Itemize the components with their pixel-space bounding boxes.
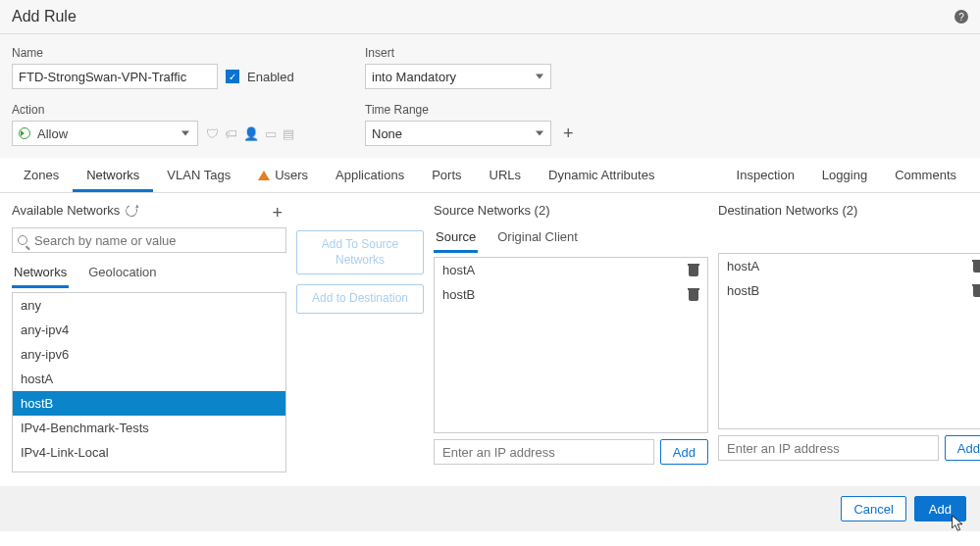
list-item: hostB	[719, 278, 980, 303]
destination-networks-panel: Destination Networks (2) hostA hostB Add	[718, 203, 980, 472]
action-select[interactable]: Allow	[12, 121, 198, 146]
tab-inspection[interactable]: Inspection	[723, 158, 808, 192]
tab-comments[interactable]: Comments	[881, 158, 970, 192]
dest-list: hostA hostB	[718, 253, 980, 429]
list-item[interactable]: IPv4-Benchmark-Tests	[13, 416, 285, 440]
tab-users[interactable]: Users	[244, 158, 322, 192]
insert-label: Insert	[365, 46, 968, 60]
dest-title: Destination Networks (2)	[718, 203, 980, 218]
search-icon	[18, 235, 27, 245]
time-range-field: Time Range None +	[365, 103, 968, 146]
tab-users-label: Users	[275, 168, 308, 182]
list-item[interactable]: any-ipv4	[13, 318, 285, 342]
available-title: Available Networks	[12, 203, 120, 218]
tab-networks[interactable]: Networks	[73, 158, 153, 192]
tab-logging[interactable]: Logging	[808, 158, 881, 192]
action-label: Action	[12, 103, 365, 117]
list-item: hostB	[435, 282, 707, 307]
trash-icon[interactable]	[688, 264, 699, 276]
subtab-geolocation[interactable]: Geolocation	[86, 259, 158, 288]
item-label: hostA	[442, 263, 475, 277]
action-field: Action Allow 🛡 🏷 👤 ▭ ▤	[12, 103, 365, 146]
source-title: Source Networks (2)	[434, 203, 708, 218]
source-list: hostA hostB	[434, 257, 708, 433]
time-range-label: Time Range	[365, 103, 968, 117]
action-icons: 🛡 🏷 👤 ▭ ▤	[206, 126, 294, 141]
enabled-label: Enabled	[247, 70, 294, 84]
enabled-checkbox[interactable]: ✓	[226, 70, 239, 83]
dest-ip-input[interactable]	[718, 435, 939, 461]
tab-ports[interactable]: Ports	[418, 158, 475, 192]
shield-icon: 🛡	[206, 126, 219, 141]
action-value: Allow	[37, 126, 68, 141]
insert-select[interactable]: into Mandatory	[365, 64, 551, 89]
subtab-source[interactable]: Source	[434, 223, 478, 253]
user-icon: 👤	[243, 126, 259, 141]
warning-icon	[258, 171, 270, 180]
dialog-title: Add Rule	[12, 8, 954, 25]
tab-zones[interactable]: Zones	[10, 158, 73, 192]
tab-vlan-tags[interactable]: VLAN Tags	[153, 158, 244, 192]
tab-urls[interactable]: URLs	[476, 158, 536, 192]
list-item[interactable]: hostB	[13, 391, 285, 416]
refresh-icon[interactable]	[125, 203, 139, 218]
available-listbox[interactable]: any any-ipv4 any-ipv6 hostA hostB IPv4-B…	[12, 292, 286, 472]
cancel-button[interactable]: Cancel	[841, 496, 905, 521]
trash-icon[interactable]	[972, 284, 980, 297]
add-to-source-button[interactable]: Add To Source Networks	[296, 230, 424, 274]
tab-dynamic-attributes[interactable]: Dynamic Attributes	[535, 158, 668, 192]
add-button[interactable]: Add	[914, 496, 966, 521]
list-item[interactable]: any	[13, 293, 285, 318]
source-ip-input[interactable]	[434, 439, 654, 465]
list-item[interactable]: IPv4-Multicast	[13, 465, 285, 472]
available-networks-panel: Available Networks + Networks Geolocatio…	[12, 203, 286, 472]
trash-icon[interactable]	[688, 288, 699, 301]
help-icon[interactable]: ?	[954, 10, 968, 24]
main-tabs: Zones Networks VLAN Tags Users Applicati…	[0, 158, 980, 193]
allow-icon	[19, 127, 30, 139]
subtab-networks[interactable]: Networks	[12, 259, 69, 288]
list-item: hostA	[719, 254, 980, 278]
transfer-buttons: Add To Source Networks Add to Destinatio…	[296, 203, 424, 472]
tab-applications[interactable]: Applications	[322, 158, 418, 192]
name-field: Name ✓ Enabled	[12, 46, 365, 89]
name-input[interactable]	[12, 64, 218, 89]
trash-icon[interactable]	[972, 260, 980, 273]
name-label: Name	[12, 46, 365, 60]
item-label: hostB	[727, 283, 759, 298]
search-input[interactable]	[12, 227, 286, 253]
note-icon: ▤	[283, 126, 294, 141]
source-networks-panel: Source Networks (2) Source Original Clie…	[434, 203, 708, 472]
time-range-select[interactable]: None	[365, 121, 551, 146]
add-network-button[interactable]: +	[268, 203, 286, 223]
list-item[interactable]: IPv4-Link-Local	[13, 440, 285, 465]
subtab-original-client[interactable]: Original Client	[495, 223, 580, 253]
insert-field: Insert into Mandatory	[365, 46, 968, 89]
item-label: hostA	[727, 259, 759, 273]
list-item: hostA	[435, 258, 707, 282]
add-time-range-button[interactable]: +	[559, 124, 578, 144]
list-item[interactable]: any-ipv6	[13, 342, 285, 367]
clock-icon: ▭	[265, 126, 277, 141]
dest-add-button[interactable]: Add	[945, 435, 980, 461]
source-add-button[interactable]: Add	[660, 439, 708, 465]
list-item[interactable]: hostA	[13, 367, 285, 391]
item-label: hostB	[442, 287, 475, 302]
dialog-footer: Cancel Add	[0, 486, 980, 531]
add-to-destination-button[interactable]: Add to Destination	[296, 284, 424, 314]
tag-icon: 🏷	[225, 126, 237, 141]
